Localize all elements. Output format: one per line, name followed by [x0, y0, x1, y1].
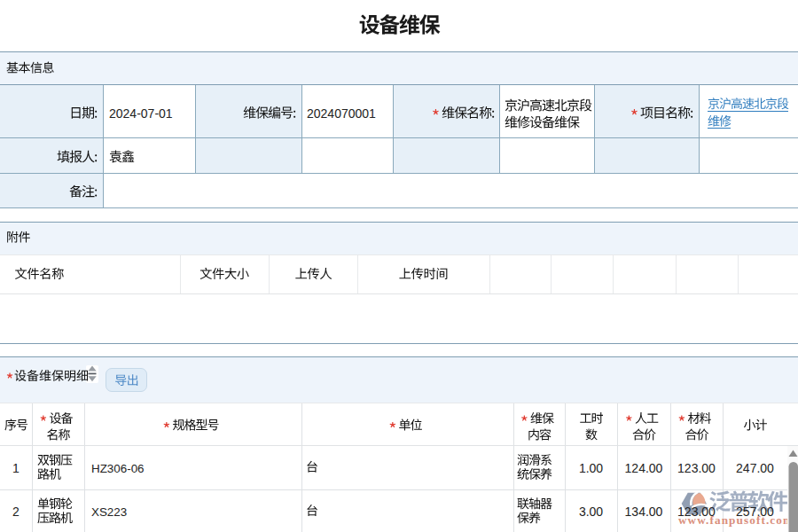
svg-text:247.00: 247.00 [736, 461, 774, 475]
svg-text:XS223: XS223 [91, 505, 127, 519]
svg-text:134.00: 134.00 [625, 505, 663, 519]
svg-text:HZ306-06: HZ306-06 [91, 462, 145, 475]
svg-text:1.00: 1.00 [579, 461, 603, 475]
svg-text:123.00: 123.00 [677, 461, 716, 475]
svg-text:2: 2 [12, 505, 20, 519]
svg-text:124.00: 124.00 [625, 461, 663, 475]
svg-text:123.00: 123.00 [677, 505, 716, 519]
svg-text:2024070001: 2024070001 [307, 106, 376, 121]
svg-text:3.00: 3.00 [579, 505, 603, 519]
svg-text:2024-07-01: 2024-07-01 [109, 106, 173, 121]
svg-text:1: 1 [12, 461, 20, 475]
svg-text:257.00: 257.00 [736, 505, 774, 519]
